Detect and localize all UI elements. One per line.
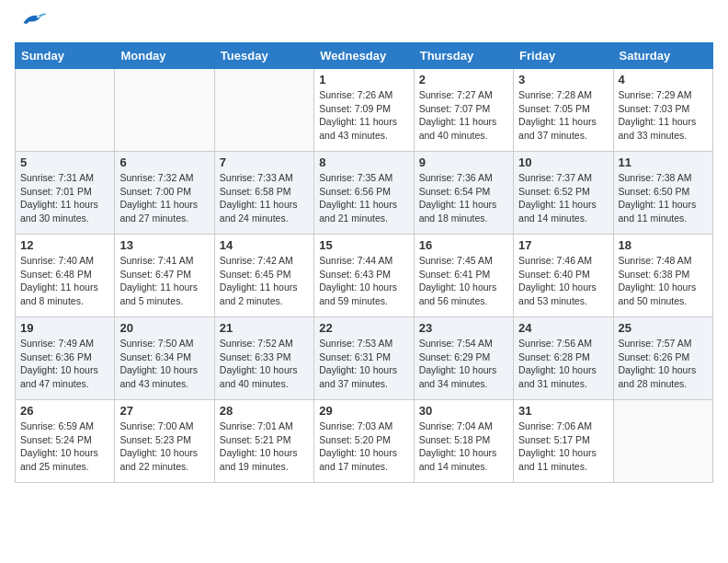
calendar-cell: 1Sunrise: 7:26 AM Sunset: 7:09 PM Daylig…	[314, 69, 414, 152]
calendar-cell: 7Sunrise: 7:33 AM Sunset: 6:58 PM Daylig…	[214, 152, 313, 235]
day-number: 10	[518, 155, 608, 169]
calendar-cell: 28Sunrise: 7:01 AM Sunset: 5:21 PM Dayli…	[214, 400, 313, 483]
day-number: 30	[419, 404, 508, 418]
day-info: Sunrise: 7:56 AM Sunset: 6:28 PM Dayligh…	[518, 337, 608, 391]
day-info: Sunrise: 7:31 AM Sunset: 7:01 PM Dayligh…	[20, 171, 109, 225]
weekday-header-sunday: Sunday	[16, 43, 115, 69]
calendar-cell: 17Sunrise: 7:46 AM Sunset: 6:40 PM Dayli…	[514, 235, 613, 317]
calendar-cell: 2Sunrise: 7:27 AM Sunset: 7:07 PM Daylig…	[414, 69, 513, 152]
day-info: Sunrise: 7:38 AM Sunset: 6:50 PM Dayligh…	[619, 171, 708, 225]
day-info: Sunrise: 7:00 AM Sunset: 5:23 PM Dayligh…	[119, 419, 209, 474]
calendar-cell: 4Sunrise: 7:29 AM Sunset: 7:03 PM Daylig…	[613, 69, 712, 152]
calendar-cell	[214, 69, 313, 152]
day-number: 2	[419, 73, 508, 86]
day-number: 4	[619, 73, 708, 86]
day-number: 19	[20, 321, 109, 335]
day-number: 28	[220, 404, 309, 418]
calendar-cell: 14Sunrise: 7:42 AM Sunset: 6:45 PM Dayli…	[214, 235, 313, 317]
day-info: Sunrise: 7:54 AM Sunset: 6:29 PM Dayligh…	[419, 337, 508, 391]
day-number: 31	[518, 404, 608, 418]
calendar-cell: 29Sunrise: 7:03 AM Sunset: 5:20 PM Dayli…	[314, 400, 414, 483]
day-number: 7	[220, 155, 309, 169]
weekday-header-thursday: Thursday	[414, 43, 513, 69]
day-info: Sunrise: 6:59 AM Sunset: 5:24 PM Dayligh…	[20, 419, 109, 474]
day-number: 18	[619, 238, 708, 252]
day-number: 9	[419, 155, 508, 169]
calendar-cell: 25Sunrise: 7:57 AM Sunset: 6:26 PM Dayli…	[613, 317, 712, 400]
day-number: 24	[518, 321, 608, 335]
day-number: 1	[319, 73, 408, 86]
day-number: 16	[419, 238, 508, 252]
calendar-week-5: 26Sunrise: 6:59 AM Sunset: 5:24 PM Dayli…	[16, 400, 713, 483]
day-number: 11	[619, 155, 708, 169]
day-info: Sunrise: 7:48 AM Sunset: 6:38 PM Dayligh…	[619, 254, 708, 308]
weekday-header-monday: Monday	[115, 43, 214, 69]
day-number: 15	[319, 238, 408, 252]
day-number: 22	[319, 321, 408, 335]
calendar-week-2: 5Sunrise: 7:31 AM Sunset: 7:01 PM Daylig…	[16, 152, 713, 235]
day-number: 3	[518, 73, 608, 86]
calendar-cell: 9Sunrise: 7:36 AM Sunset: 6:54 PM Daylig…	[414, 152, 513, 235]
day-number: 23	[419, 321, 508, 335]
day-info: Sunrise: 7:33 AM Sunset: 6:58 PM Dayligh…	[220, 171, 309, 225]
day-number: 6	[119, 155, 209, 169]
calendar-table: SundayMondayTuesdayWednesdayThursdayFrid…	[15, 42, 713, 483]
day-info: Sunrise: 7:50 AM Sunset: 6:34 PM Dayligh…	[119, 337, 209, 391]
calendar-cell: 10Sunrise: 7:37 AM Sunset: 6:52 PM Dayli…	[514, 152, 613, 235]
calendar-week-4: 19Sunrise: 7:49 AM Sunset: 6:36 PM Dayli…	[16, 317, 713, 400]
day-number: 5	[20, 155, 109, 169]
day-number: 21	[220, 321, 309, 335]
calendar-cell: 18Sunrise: 7:48 AM Sunset: 6:38 PM Dayli…	[613, 235, 712, 317]
day-info: Sunrise: 7:03 AM Sunset: 5:20 PM Dayligh…	[319, 419, 408, 474]
day-number: 27	[119, 404, 209, 418]
page-header	[15, 15, 713, 31]
day-info: Sunrise: 7:53 AM Sunset: 6:31 PM Dayligh…	[319, 337, 408, 391]
calendar-cell: 3Sunrise: 7:28 AM Sunset: 7:05 PM Daylig…	[514, 69, 613, 152]
calendar-cell: 15Sunrise: 7:44 AM Sunset: 6:43 PM Dayli…	[314, 235, 414, 317]
day-number: 29	[319, 404, 408, 418]
day-info: Sunrise: 7:42 AM Sunset: 6:45 PM Dayligh…	[220, 254, 309, 308]
day-info: Sunrise: 7:04 AM Sunset: 5:18 PM Dayligh…	[419, 419, 508, 474]
calendar-cell: 11Sunrise: 7:38 AM Sunset: 6:50 PM Dayli…	[613, 152, 712, 235]
day-info: Sunrise: 7:27 AM Sunset: 7:07 PM Dayligh…	[419, 88, 508, 143]
day-info: Sunrise: 7:45 AM Sunset: 6:41 PM Dayligh…	[419, 254, 508, 308]
day-number: 12	[20, 238, 109, 252]
calendar-cell: 30Sunrise: 7:04 AM Sunset: 5:18 PM Dayli…	[414, 400, 513, 483]
calendar-cell: 8Sunrise: 7:35 AM Sunset: 6:56 PM Daylig…	[314, 152, 414, 235]
calendar-cell: 22Sunrise: 7:53 AM Sunset: 6:31 PM Dayli…	[314, 317, 414, 400]
calendar-cell: 19Sunrise: 7:49 AM Sunset: 6:36 PM Dayli…	[16, 317, 115, 400]
calendar-cell: 24Sunrise: 7:56 AM Sunset: 6:28 PM Dayli…	[514, 317, 613, 400]
calendar-cell: 12Sunrise: 7:40 AM Sunset: 6:48 PM Dayli…	[16, 235, 115, 317]
day-number: 14	[220, 238, 309, 252]
day-info: Sunrise: 7:40 AM Sunset: 6:48 PM Dayligh…	[20, 254, 109, 308]
weekday-header-wednesday: Wednesday	[314, 43, 414, 69]
day-number: 20	[119, 321, 209, 335]
weekday-header-tuesday: Tuesday	[214, 43, 313, 69]
calendar-cell: 13Sunrise: 7:41 AM Sunset: 6:47 PM Dayli…	[115, 235, 214, 317]
day-info: Sunrise: 7:28 AM Sunset: 7:05 PM Dayligh…	[518, 88, 608, 143]
calendar-cell: 16Sunrise: 7:45 AM Sunset: 6:41 PM Dayli…	[414, 235, 513, 317]
day-info: Sunrise: 7:44 AM Sunset: 6:43 PM Dayligh…	[319, 254, 408, 308]
day-info: Sunrise: 7:41 AM Sunset: 6:47 PM Dayligh…	[119, 254, 209, 308]
day-number: 8	[319, 155, 408, 169]
day-number: 13	[119, 238, 209, 252]
calendar-cell: 5Sunrise: 7:31 AM Sunset: 7:01 PM Daylig…	[16, 152, 115, 235]
day-info: Sunrise: 7:32 AM Sunset: 7:00 PM Dayligh…	[119, 171, 209, 225]
calendar-week-3: 12Sunrise: 7:40 AM Sunset: 6:48 PM Dayli…	[16, 235, 713, 317]
day-info: Sunrise: 7:49 AM Sunset: 6:36 PM Dayligh…	[20, 337, 109, 391]
weekday-header-friday: Friday	[514, 43, 613, 69]
calendar-cell: 20Sunrise: 7:50 AM Sunset: 6:34 PM Dayli…	[115, 317, 214, 400]
calendar-cell: 21Sunrise: 7:52 AM Sunset: 6:33 PM Dayli…	[214, 317, 313, 400]
day-info: Sunrise: 7:37 AM Sunset: 6:52 PM Dayligh…	[518, 171, 608, 225]
calendar-cell: 6Sunrise: 7:32 AM Sunset: 7:00 PM Daylig…	[115, 152, 214, 235]
calendar-cell	[613, 400, 712, 483]
day-info: Sunrise: 7:26 AM Sunset: 7:09 PM Dayligh…	[319, 88, 408, 143]
day-number: 17	[518, 238, 608, 252]
logo-bird-icon	[17, 11, 47, 31]
logo	[15, 15, 47, 31]
weekday-header-row: SundayMondayTuesdayWednesdayThursdayFrid…	[16, 43, 713, 69]
day-info: Sunrise: 7:52 AM Sunset: 6:33 PM Dayligh…	[220, 337, 309, 391]
calendar-cell: 26Sunrise: 6:59 AM Sunset: 5:24 PM Dayli…	[16, 400, 115, 483]
calendar-cell: 27Sunrise: 7:00 AM Sunset: 5:23 PM Dayli…	[115, 400, 214, 483]
day-info: Sunrise: 7:01 AM Sunset: 5:21 PM Dayligh…	[220, 419, 309, 474]
